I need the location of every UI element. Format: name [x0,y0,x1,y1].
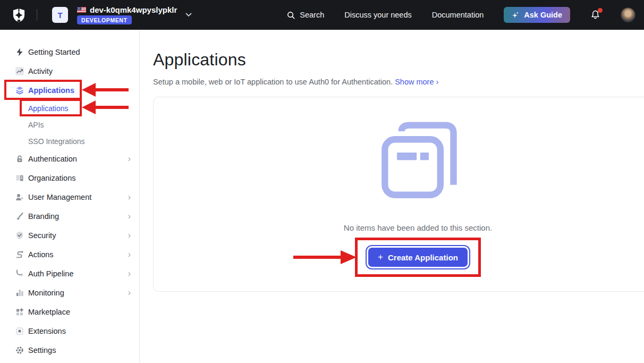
subtitle-text: Setup a mobile, web or IoT application t… [153,78,393,86]
sidebar-item-extensions[interactable]: Extensions [0,322,139,341]
page-title: Applications [153,50,644,70]
chevron-right-icon: › [128,155,131,163]
user-icon [15,192,24,202]
sidebar: Getting Started Activity Applications Ap… [0,30,140,363]
sidebar-item-label: Extensions [28,327,66,335]
sidebar-subitem-label: SSO Integrations [28,137,85,146]
sidebar-item-label: Organizations [28,174,75,182]
lock-icon [15,154,24,164]
applications-empty-icon [378,121,459,204]
sidebar-item-label: Actions [28,250,54,259]
page-subtitle: Setup a mobile, web or IoT application t… [153,78,644,86]
notification-dot [598,8,603,13]
chevron-right-icon: › [128,193,131,201]
chevron-right-icon: › [128,269,131,278]
layers-icon [15,86,24,95]
sidebar-item-user-management[interactable]: User Management › [0,188,139,207]
sidebar-item-security[interactable]: Security › [0,226,139,245]
topbar: T dev-k0qmk4wpyslypklr DEVELOPMENT Searc… [0,0,644,30]
sidebar-item-label: Getting Started [28,48,80,56]
search-label: Search [300,11,324,19]
bar-chart-icon [15,288,24,298]
sidebar-item-settings[interactable]: Settings [0,341,139,360]
marketplace-icon [15,307,24,317]
topbar-divider [37,9,37,21]
sidebar-subitem-applications[interactable]: Applications [0,100,139,116]
sidebar-item-label: Activity [28,67,53,75]
tenant-name: dev-k0qmk4wpyslypklr [90,5,177,14]
plus-icon: + [378,252,383,263]
sidebar-item-label: Applications [28,86,74,95]
pipeline-icon [15,269,24,278]
sidebar-subitem-sso-integrations[interactable]: SSO Integrations [0,133,139,149]
applications-empty-card: No items have been added to this section… [153,97,644,292]
sidebar-item-getting-started[interactable]: Getting Started [0,43,139,62]
sidebar-item-label: Security [28,231,56,240]
sidebar-item-label: Auth Pipeline [28,269,73,278]
tenant-switcher[interactable]: dev-k0qmk4wpyslypklr DEVELOPMENT [77,5,177,24]
sidebar-item-applications[interactable]: Applications [0,81,139,100]
shield-check-icon [15,231,24,240]
paintbrush-icon [15,212,24,221]
sidebar-item-label: Marketplace [28,308,70,316]
documentation-link[interactable]: Documentation [432,11,484,19]
annotation-box-create-application: + Create Application [355,238,481,277]
sidebar-item-label: User Management [28,193,91,201]
annotation-arrow-create-application [293,250,357,264]
chevron-right-icon: › [128,250,131,259]
ask-guide-button[interactable]: Ask Guide [504,7,570,23]
sidebar-item-auth-pipeline[interactable]: Auth Pipeline › [0,264,139,283]
sidebar-item-label: Branding [28,212,59,221]
chevron-right-icon: › [128,212,131,221]
ask-guide-label: Ask Guide [524,11,562,19]
bolt-icon [15,47,24,57]
sidebar-item-activity[interactable]: Activity [0,62,139,81]
auth0-logo-icon[interactable] [12,7,26,23]
sparkle-icon [512,11,520,19]
chevron-right-icon: › [128,231,131,240]
flow-icon [15,250,24,259]
sidebar-item-label: Authentication [28,155,77,163]
sidebar-item-monitoring[interactable]: Monitoring › [0,283,139,302]
discuss-your-needs-link[interactable]: Discuss your needs [344,11,412,19]
create-application-label: Create Application [388,253,458,262]
us-flag-icon [77,7,86,13]
tenant-avatar[interactable]: T [52,7,68,23]
empty-state-message: No items have been added to this section… [344,223,492,232]
sidebar-item-organizations[interactable]: Organizations [0,168,139,188]
chevron-right-icon: › [128,289,131,297]
main-content: Applications Setup a mobile, web or IoT … [140,30,644,363]
sidebar-subitem-label: Applications [28,104,69,113]
search-icon [286,11,295,20]
user-avatar[interactable] [621,7,635,22]
show-more-link[interactable]: Show more [395,78,434,86]
create-application-button[interactable]: + Create Application [367,246,469,268]
sidebar-item-actions[interactable]: Actions › [0,245,139,264]
organizations-icon [15,173,24,183]
activity-icon [15,66,24,76]
extensions-icon [15,326,24,336]
sidebar-item-marketplace[interactable]: Marketplace [0,302,139,322]
notifications-button[interactable] [590,10,600,20]
sidebar-item-branding[interactable]: Branding › [0,207,139,226]
chevron-right-icon: › [436,78,439,86]
sidebar-item-label: Monitoring [28,289,64,297]
topbar-nav: Search Discuss your needs Documentation … [266,7,635,23]
sidebar-item-label: Settings [28,346,56,354]
gear-icon [15,345,24,355]
search-button[interactable]: Search [286,11,324,20]
sidebar-subitem-label: APIs [28,121,44,129]
sidebar-item-authentication[interactable]: Authentication › [0,149,139,168]
chevron-down-icon[interactable] [185,13,192,17]
environment-badge: DEVELOPMENT [77,15,132,24]
sidebar-subitem-apis[interactable]: APIs [0,116,139,133]
